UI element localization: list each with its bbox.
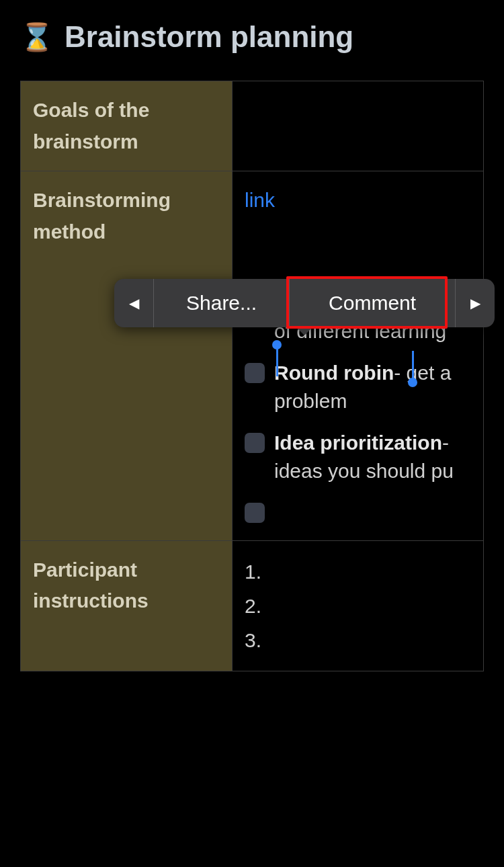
- selection-start-handle[interactable]: [272, 340, 282, 349]
- row-header-method: Brainstorming method: [21, 171, 233, 541]
- table-row: Brainstorming method link Silent circuit…: [21, 171, 484, 541]
- chevron-right-icon: ▶: [470, 295, 480, 311]
- method-checklist: Silent circuit- run a of different learn…: [245, 229, 471, 523]
- planning-table: Goals of the brainstorm Brainstorming me…: [20, 81, 484, 671]
- menu-prev-button[interactable]: ◀: [114, 279, 153, 327]
- page-title: Brainstorm planning: [65, 20, 353, 54]
- context-menu: ◀ Share... Comment ▶: [114, 279, 495, 327]
- comment-button[interactable]: Comment: [290, 279, 455, 327]
- menu-pointer-icon: [295, 326, 314, 335]
- checkbox-icon[interactable]: [245, 433, 265, 453]
- hourglass-icon: ⌛: [20, 24, 54, 50]
- table-row: Participant instructions 1. 2. 3.: [21, 540, 484, 671]
- share-button[interactable]: Share...: [154, 279, 289, 327]
- row-header-goals: Goals of the brainstorm: [21, 81, 233, 171]
- list-item[interactable]: [245, 499, 471, 523]
- chevron-left-icon: ◀: [129, 295, 139, 311]
- ordered-item[interactable]: 3.: [245, 623, 471, 657]
- method-link[interactable]: link: [245, 189, 275, 211]
- page-title-row: ⌛ Brainstorm planning: [20, 20, 484, 54]
- check-text: Idea prioritization- ideas you should pu: [274, 429, 471, 485]
- cell-method[interactable]: link Silent circuit- run a of different …: [233, 171, 484, 541]
- ordered-item[interactable]: 2.: [245, 589, 471, 623]
- row-header-instructions: Participant instructions: [21, 540, 233, 671]
- selection-start-caret[interactable]: [276, 347, 278, 376]
- page-root: ⌛ Brainstorm planning Goals of the brain…: [0, 0, 504, 671]
- check-text: Round robin- get a problem: [274, 359, 471, 415]
- cell-goals[interactable]: [233, 81, 484, 171]
- selection-end-handle[interactable]: [408, 378, 417, 387]
- list-item[interactable]: Round robin- get a problem: [245, 359, 471, 415]
- table-row: Goals of the brainstorm: [21, 81, 484, 171]
- list-item[interactable]: Idea prioritization- ideas you should pu: [245, 429, 471, 485]
- cell-instructions[interactable]: 1. 2. 3.: [233, 540, 484, 671]
- checkbox-icon[interactable]: [245, 363, 265, 383]
- checkbox-icon[interactable]: [245, 503, 265, 523]
- menu-next-button[interactable]: ▶: [456, 279, 495, 327]
- ordered-item[interactable]: 1.: [245, 554, 471, 589]
- selection-end-caret[interactable]: [412, 351, 414, 380]
